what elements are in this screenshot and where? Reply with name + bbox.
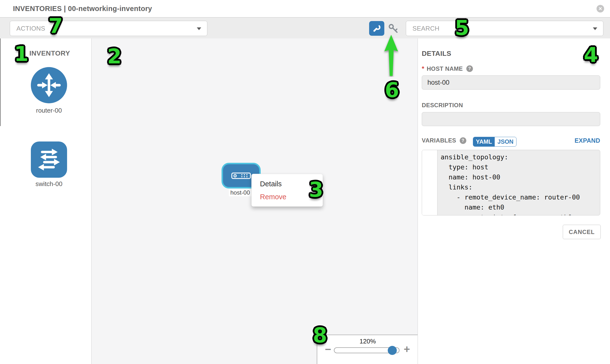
variables-label-row: VARIABLES ? <box>422 137 466 144</box>
palette-item-router[interactable] <box>31 67 67 103</box>
annotation-8: 8 <box>313 325 327 346</box>
editor-line: 1 ansible_topology: <box>422 152 600 162</box>
canvas-node-label: host-00 <box>229 189 251 196</box>
cancel-button[interactable]: CANCEL <box>563 225 601 239</box>
panel-edge-divider <box>0 39 1 126</box>
annotation-7: 7 <box>49 16 63 36</box>
required-asterisk: * <box>422 65 424 72</box>
question-icon: ? <box>466 65 473 72</box>
arrow-up-icon <box>383 33 399 77</box>
annotation-4: 4 <box>584 45 598 65</box>
question-icon: ? <box>460 137 466 144</box>
annotation-3: 3 <box>309 180 323 200</box>
host-name-label: HOST NAME <box>427 65 463 72</box>
palette-item-label: switch-00 <box>20 180 78 188</box>
zoom-in-button[interactable]: + <box>402 344 412 354</box>
page-header: INVENTORIES | 00-networking-inventory ✕ <box>0 0 610 18</box>
expand-link[interactable]: EXPAND <box>551 137 600 144</box>
search-dropdown-label: SEARCH <box>413 25 439 32</box>
annotation-5: 5 <box>455 18 469 38</box>
variables-format-toggle: YAML JSON <box>473 137 517 147</box>
close-icon[interactable]: ✕ <box>597 5 604 13</box>
wrench-icon <box>372 24 381 33</box>
actions-dropdown[interactable]: ACTIONS <box>10 21 207 36</box>
router-icon <box>31 67 67 103</box>
variables-editor[interactable]: 1 ansible_topology: 2 type: host 3 name:… <box>422 150 600 215</box>
annotation-2: 2 <box>107 46 121 66</box>
editor-line: 2 type: host <box>422 162 600 172</box>
zoom-control: 120% − + <box>317 335 418 364</box>
host-name-label-row: * HOST NAME ? <box>422 65 473 72</box>
key-icon <box>388 24 399 34</box>
chevron-down-icon <box>593 27 597 30</box>
chevron-down-icon <box>197 27 201 30</box>
key-button[interactable] <box>387 23 400 34</box>
inventory-palette-title: INVENTORY <box>29 50 70 57</box>
editor-gutter <box>422 150 437 215</box>
description-label: DESCRIPTION <box>422 102 463 109</box>
toolbar: ACTIONS SEARCH <box>0 18 610 39</box>
search-dropdown[interactable]: SEARCH <box>406 21 603 36</box>
editor-line: 4 links: <box>422 182 600 192</box>
description-input[interactable] <box>422 112 600 126</box>
toggle-toolbox-button[interactable] <box>369 21 384 36</box>
page-title: INVENTORIES | 00-networking-inventory <box>13 0 152 17</box>
zoom-level-value: 120% <box>317 338 418 345</box>
host-name-input[interactable] <box>422 75 600 90</box>
actions-dropdown-label: ACTIONS <box>16 25 45 32</box>
annotation-1: 1 <box>14 44 28 64</box>
editor-line: 7 remote_interface_name: eth0 <box>422 212 600 215</box>
palette-item-switch[interactable] <box>31 142 67 178</box>
editor-line: 5 - remote_device_name: router-00 <box>422 192 600 202</box>
switch-icon <box>31 142 67 178</box>
toggle-yaml-button[interactable]: YAML <box>473 137 495 146</box>
toggle-json-button[interactable]: JSON <box>495 137 516 146</box>
editor-rows: 1 ansible_topology: 2 type: host 3 name:… <box>422 150 600 215</box>
zoom-slider-knob[interactable] <box>388 346 397 355</box>
host-icon <box>231 172 251 179</box>
editor-line: 6 name: eth0 <box>422 202 600 212</box>
annotation-6: 6 <box>385 80 399 100</box>
editor-line: 3 name: host-00 <box>422 172 600 182</box>
details-panel-title: DETAILS <box>422 50 451 58</box>
variables-label: VARIABLES <box>422 137 456 144</box>
palette-item-label: router-00 <box>20 107 78 114</box>
